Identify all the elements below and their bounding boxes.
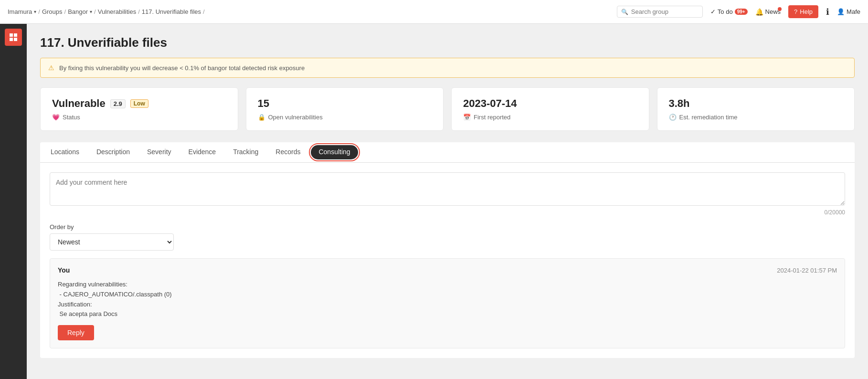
comment-card: You 2024-01-22 01:57 PM Regarding vulner… bbox=[50, 258, 845, 348]
tab-locations[interactable]: Locations bbox=[42, 142, 88, 162]
help-button[interactable]: ? Help bbox=[788, 5, 818, 18]
info-button[interactable]: ℹ bbox=[826, 7, 829, 17]
comment-header: You 2024-01-22 01:57 PM bbox=[58, 266, 837, 274]
open-vulns-label: Open vulnerabilities bbox=[268, 114, 323, 121]
remediation-label: Est. remediation time bbox=[679, 114, 738, 121]
breadcrumb-arrow-2: ▾ bbox=[90, 9, 92, 14]
tab-severity[interactable]: Severity bbox=[138, 142, 180, 162]
search-icon: 🔍 bbox=[621, 9, 628, 15]
sep-1: / bbox=[38, 8, 40, 15]
svg-rect-1 bbox=[14, 33, 17, 37]
breadcrumb-bangor[interactable]: Bangor bbox=[68, 8, 88, 15]
consulting-content: 0/20000 Order by Newest Oldest You 2024-… bbox=[40, 163, 855, 358]
status-label: Status bbox=[63, 114, 80, 121]
sidebar-logo bbox=[5, 29, 22, 46]
svg-rect-2 bbox=[10, 38, 13, 41]
heart-icon: 💗 bbox=[52, 114, 60, 121]
open-vulns-value: 15 bbox=[258, 97, 432, 110]
search-box[interactable]: 🔍 bbox=[617, 6, 703, 18]
main-layout: 117. Unverifiable files ⚠ By fixing this… bbox=[0, 24, 868, 379]
question-icon: ? bbox=[794, 8, 797, 15]
comment-body: Regarding vulnerabilities: - CAJERO_AUTO… bbox=[58, 280, 837, 319]
breadcrumb-arrow-1: ▾ bbox=[34, 9, 36, 14]
search-input[interactable] bbox=[631, 8, 699, 15]
score-level: Low bbox=[130, 99, 148, 108]
comment-line-4: Se acepta para Docs bbox=[58, 309, 837, 319]
sep-5: / bbox=[203, 8, 205, 15]
breadcrumb-imamura[interactable]: Imamura bbox=[8, 8, 32, 15]
breadcrumb-117[interactable]: 117. Unverifiable files bbox=[142, 8, 201, 15]
comment-line-1: Regarding vulnerabilities: bbox=[58, 280, 837, 290]
page-title: 117. Unverifiable files bbox=[40, 35, 855, 50]
comment-date: 2024-01-22 01:57 PM bbox=[777, 267, 837, 274]
tab-tracking[interactable]: Tracking bbox=[224, 142, 267, 162]
first-reported-label: First reported bbox=[474, 114, 510, 121]
tabs-row: Locations Description Severity Evidence … bbox=[40, 142, 855, 163]
comment-line-2: - CAJERO_AUTOMATICO/.classpath (0) bbox=[58, 290, 837, 300]
tab-description[interactable]: Description bbox=[88, 142, 138, 162]
comment-input[interactable] bbox=[50, 172, 845, 206]
sep-4: / bbox=[138, 8, 140, 15]
order-by-label: Order by bbox=[50, 223, 845, 231]
help-label: Help bbox=[800, 8, 813, 15]
news-dot bbox=[778, 7, 782, 11]
open-vulns-stat-card: 15 🔒 Open vulnerabilities bbox=[246, 87, 444, 131]
breadcrumb-vulnerabilities[interactable]: Vulnerabilities bbox=[98, 8, 136, 15]
user-icon: 👤 bbox=[837, 8, 845, 15]
user-name: Mafe bbox=[847, 8, 860, 15]
status-value: Vulnerable bbox=[52, 97, 106, 110]
todo-badge: 99+ bbox=[735, 9, 748, 15]
bell-icon: 🔔 bbox=[755, 8, 763, 16]
score-value: 2.9 bbox=[110, 99, 126, 108]
stats-row: Vulnerable 2.9 Low 💗 Status 15 🔒 Open vu… bbox=[40, 87, 855, 131]
sep-3: / bbox=[94, 8, 96, 15]
news-button[interactable]: 🔔 News bbox=[755, 8, 781, 16]
checkmark-icon: ✓ bbox=[710, 8, 716, 15]
sep-2: / bbox=[64, 8, 66, 15]
remediation-value: 3.8h bbox=[669, 97, 843, 110]
sidebar bbox=[0, 24, 27, 379]
comment-counter: 0/20000 bbox=[50, 209, 845, 216]
breadcrumb-groups[interactable]: Groups bbox=[42, 8, 63, 15]
tab-consulting[interactable]: Consulting bbox=[311, 145, 358, 159]
user-menu[interactable]: 👤 Mafe bbox=[837, 8, 860, 15]
lock-icon: 🔒 bbox=[258, 114, 265, 121]
topnav-right: 🔍 ✓ To do 99+ 🔔 News ? Help ℹ 👤 Mafe bbox=[617, 5, 860, 18]
status-stat-card: Vulnerable 2.9 Low 💗 Status bbox=[40, 87, 238, 131]
topnav: Imamura ▾ / Groups / Bangor ▾ / Vulnerab… bbox=[0, 0, 868, 24]
warning-icon: ⚠ bbox=[48, 64, 54, 72]
clock-icon: 🕐 bbox=[669, 114, 677, 121]
breadcrumb: Imamura ▾ / Groups / Bangor ▾ / Vulnerab… bbox=[8, 8, 613, 15]
order-select[interactable]: Newest Oldest bbox=[50, 233, 174, 251]
calendar-icon: 📅 bbox=[463, 114, 471, 121]
todo-label: To do bbox=[718, 8, 733, 15]
comment-line-3: Justification: bbox=[58, 300, 837, 310]
first-reported-stat-card: 2023-07-14 📅 First reported bbox=[451, 87, 649, 131]
alert-banner: ⚠ By fixing this vulnerability you will … bbox=[40, 58, 855, 78]
remediation-stat-card: 3.8h 🕐 Est. remediation time bbox=[657, 87, 855, 131]
comment-author: You bbox=[58, 266, 70, 274]
alert-text: By fixing this vulnerability you will de… bbox=[59, 64, 305, 72]
reply-button[interactable]: Reply bbox=[58, 325, 94, 340]
svg-rect-0 bbox=[10, 33, 13, 37]
todo-button[interactable]: ✓ To do 99+ bbox=[710, 8, 748, 15]
svg-rect-3 bbox=[14, 38, 17, 41]
first-reported-value: 2023-07-14 bbox=[463, 97, 637, 110]
tab-evidence[interactable]: Evidence bbox=[180, 142, 225, 162]
tab-records[interactable]: Records bbox=[267, 142, 309, 162]
main-content: 117. Unverifiable files ⚠ By fixing this… bbox=[27, 24, 868, 379]
